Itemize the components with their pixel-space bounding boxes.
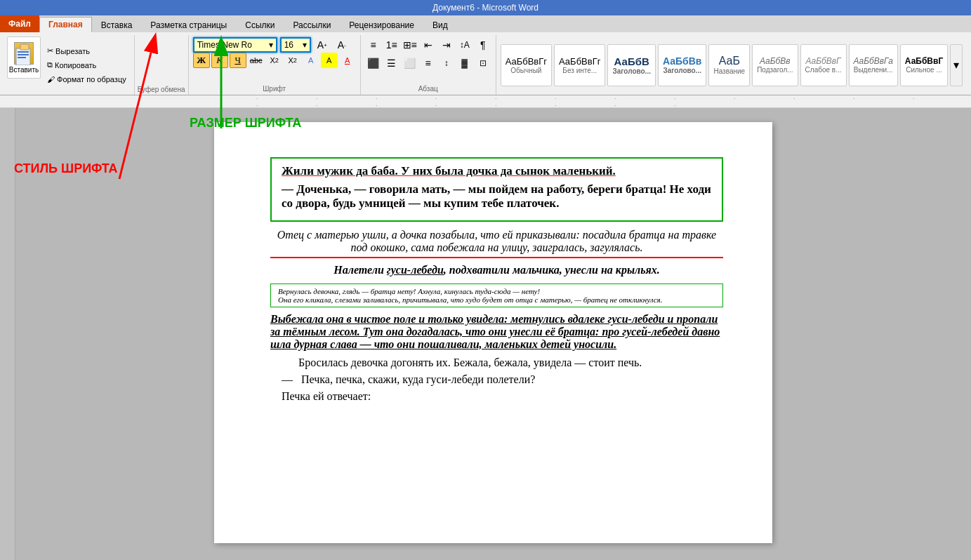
font-grow-button[interactable]: A+	[314, 37, 331, 53]
para-bold-italic-underline: Выбежала она в чистое поле и только увид…	[270, 313, 723, 351]
clipboard-small-buttons: ✂ Вырезать ⧉ Копировать 🖌 Формат по обра…	[44, 36, 130, 93]
para-normal-3: Печка ей отвечает:	[270, 390, 723, 403]
tab-file[interactable]: Файл	[0, 15, 39, 32]
style-emphasis[interactable]: АаБбВвГа Выделени...	[849, 44, 898, 86]
style-title[interactable]: АаБ Название	[708, 44, 750, 86]
paste-icon	[14, 42, 34, 65]
styles-more-button[interactable]: ▾	[950, 44, 963, 86]
style-normal[interactable]: АаБбВвГг Обычный	[501, 44, 552, 86]
tab-references[interactable]: Ссылки	[236, 17, 284, 32]
tab-view[interactable]: Вид	[423, 17, 457, 32]
paragraph-group: ≡ 1≡ ⊞≡ ⇤ ⇥ ↕A ¶ ⬛ ☰ ⬜ ≡ ↕ ▓ ⊡ Абзац	[361, 35, 496, 95]
title-bar: Документ6 - Microsoft Word	[0, 0, 971, 15]
svg-rect-2	[18, 51, 29, 53]
font-name-dropdown[interactable]: Times New Ro ▾	[193, 37, 277, 53]
align-right-button[interactable]: ⬜	[402, 55, 418, 71]
text-effects-button[interactable]: A	[303, 53, 319, 68]
paste-label: Вставить	[9, 66, 39, 74]
sort-button[interactable]: ↕A	[456, 37, 473, 53]
style-strong[interactable]: АаБбВвГ Сильное ...	[900, 44, 948, 86]
show-formatting-button[interactable]: ¶	[475, 37, 491, 53]
paste-button[interactable]: Вставить	[7, 36, 41, 79]
para-line-2: — Доченька, — говорила мать, — мы пойдем…	[282, 182, 712, 211]
style-heading1[interactable]: АаБбВ Заголово...	[607, 44, 656, 86]
para-bold-bordered: Жили мужик да баба. У них была дочка да …	[270, 157, 723, 222]
font-size-dropdown-arrow[interactable]: ▾	[303, 40, 307, 50]
para-normal-1: Бросилась девочка догонять их. Бежала, б…	[270, 356, 723, 369]
svg-rect-4	[18, 57, 26, 58]
tab-review[interactable]: Рецензирование	[340, 17, 423, 32]
tab-page-layout[interactable]: Разметка страницы	[141, 17, 236, 32]
cut-button[interactable]: ✂ Вырезать	[44, 45, 130, 58]
style-heading2[interactable]: АаБбВв Заголово...	[658, 44, 707, 86]
font-format-row: Ж К Ч abc X2 X2 A A A	[193, 53, 356, 68]
tab-home[interactable]: Главная	[39, 17, 92, 32]
style-no-spacing[interactable]: АаБбВвГг Без инте...	[554, 44, 605, 86]
strikethrough-button[interactable]: abc	[248, 53, 265, 68]
title-text: Документ6 - Microsoft Word	[432, 3, 539, 13]
para-italic-1: Отец с матерью ушли, а дочка позабыла, ч…	[270, 229, 723, 258]
tab-insert[interactable]: Вставка	[92, 17, 142, 32]
clipboard-group: Вставить ✂ Вырезать ⧉ Копировать 🖌 Форма…	[3, 35, 135, 95]
main-area: СТИЛЬ ШРИФТА РАЗМЕР ШРИФТА Жили мужик да…	[0, 108, 971, 560]
font-name-dropdown-arrow[interactable]: ▾	[269, 40, 273, 50]
italic-button[interactable]: К	[211, 53, 228, 68]
document-page: Жили мужик да баба. У них была дочка да …	[214, 122, 772, 543]
font-color-button[interactable]: A	[339, 53, 356, 68]
line-spacing-button[interactable]: ↕	[438, 55, 455, 71]
font-size-dropdown[interactable]: 16 ▾	[280, 37, 311, 53]
tab-mailings[interactable]: Рассылки	[284, 17, 340, 32]
bullets-button[interactable]: ≡	[365, 37, 382, 53]
superscript-button[interactable]: X2	[284, 53, 301, 68]
align-left-button[interactable]: ⬛	[365, 55, 382, 71]
svg-rect-1	[20, 44, 29, 50]
para-line-1: Жили мужик да баба. У них была дочка да …	[282, 164, 712, 178]
style-subtle-emphasis[interactable]: АаБбВвГ Слабое в...	[800, 44, 847, 86]
subscript-button[interactable]: X2	[266, 53, 283, 68]
borders-button[interactable]: ⊡	[475, 55, 491, 71]
numbering-button[interactable]: 1≡	[383, 37, 400, 53]
para-small-bordered: Вернулась девочка, глядь — братца нету! …	[270, 284, 723, 307]
underline-button[interactable]: Ч	[230, 53, 246, 68]
para-normal-2: — Печка, печка, скажи, куда гуси-лебеди …	[270, 373, 723, 386]
shading-button[interactable]: ▓	[456, 55, 473, 71]
style-subtitle[interactable]: АаБбВв Подзагол...	[752, 44, 798, 86]
svg-rect-3	[18, 54, 29, 55]
font-shrink-button[interactable]: A-	[333, 37, 350, 53]
highlight-button[interactable]: A	[321, 53, 338, 68]
copy-button[interactable]: ⧉ Копировать	[44, 59, 130, 72]
styles-gallery: АаБбВвГг Обычный АаБбВвГг Без инте... Аа…	[496, 35, 968, 95]
ruler: · · · · · · · · · · · · · · · · · · · ·	[0, 95, 971, 108]
para-italic-2: Налетели гуси-лебеди, подхватили мальчик…	[270, 264, 723, 276]
align-justify-button[interactable]: ≡	[420, 55, 437, 71]
format-painter-button[interactable]: 🖌 Формат по образцу	[44, 73, 130, 86]
font-group: Times New Ro ▾ 16 ▾ A+ A- Ж К Ч abc X2 X…	[189, 35, 361, 95]
bold-button[interactable]: Ж	[193, 53, 210, 68]
sidebar-left	[0, 108, 15, 560]
align-center-button[interactable]: ☰	[383, 55, 400, 71]
document-container: Жили мужик да баба. У них была дочка да …	[15, 108, 971, 560]
ribbon-content: Вставить ✂ Вырезать ⧉ Копировать 🖌 Форма…	[0, 32, 971, 95]
increase-indent-button[interactable]: ⇥	[438, 37, 455, 53]
ribbon-tabs: Файл Главная Вставка Разметка страницы С…	[0, 15, 971, 32]
multilevel-list-button[interactable]: ⊞≡	[402, 37, 418, 53]
decrease-indent-button[interactable]: ⇤	[420, 37, 437, 53]
font-name-size-row: Times New Ro ▾ 16 ▾ A+ A-	[193, 37, 356, 53]
